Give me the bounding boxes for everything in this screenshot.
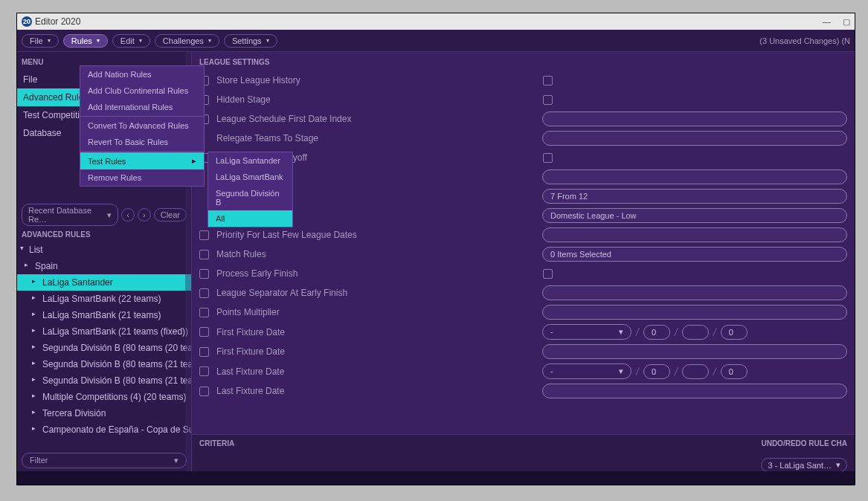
chevron-right-icon: ▸ bbox=[32, 408, 36, 416]
setting-row: Hidden Stage bbox=[192, 90, 855, 109]
menu-rules[interactable]: Rules▾ bbox=[63, 34, 108, 48]
date-day-select[interactable]: -▾ bbox=[542, 324, 631, 340]
menu-file[interactable]: File▾ bbox=[22, 34, 59, 48]
date-field[interactable]: 0 bbox=[721, 325, 748, 340]
setting-checkbox[interactable] bbox=[199, 288, 209, 298]
dd-add-club-continental[interactable]: Add Club Continental Rules bbox=[80, 83, 204, 99]
menu-challenges[interactable]: Challenges▾ bbox=[155, 34, 219, 48]
date-field[interactable] bbox=[682, 325, 709, 340]
chevron-down-icon: ▾ bbox=[139, 37, 142, 44]
tree-item[interactable]: ▸Segunda División B (80 teams (21 teams … bbox=[17, 372, 191, 389]
dd-test-segunda-b[interactable]: Segunda División B bbox=[208, 185, 292, 210]
setting-checkbox[interactable] bbox=[199, 308, 209, 317]
dd-add-nation-rules[interactable]: Add Nation Rules bbox=[80, 66, 204, 83]
tree-item[interactable]: ▸Campeonato de España - Copa de Su Maj bbox=[17, 421, 191, 438]
setting-checkbox[interactable] bbox=[199, 327, 209, 337]
tree-list-node[interactable]: ▸List bbox=[17, 242, 191, 258]
value-field[interactable] bbox=[542, 384, 847, 398]
unsaved-changes-label: (3 Unsaved Changes) (N bbox=[759, 36, 850, 45]
nav-prev-button[interactable]: ‹ bbox=[121, 208, 135, 222]
menu-edit[interactable]: Edit▾ bbox=[112, 34, 150, 48]
setting-checkbox[interactable] bbox=[199, 387, 209, 396]
chevron-right-icon: ▸ bbox=[32, 424, 36, 432]
setting-label: Hidden Stage bbox=[216, 94, 365, 105]
maximize-button[interactable]: ▢ bbox=[843, 17, 850, 27]
chevron-down-icon: ▾ bbox=[48, 37, 51, 44]
chevron-right-icon: ▸ bbox=[32, 375, 36, 383]
setting-label: Process Early Finish bbox=[216, 268, 365, 279]
tree-item[interactable]: ▸Segunda División B (80 teams (21 teams … bbox=[17, 356, 191, 372]
setting-checkbox[interactable] bbox=[199, 250, 209, 259]
value-checkbox[interactable] bbox=[543, 76, 553, 85]
tree-item[interactable]: ▸Tercera División bbox=[17, 405, 191, 421]
setting-checkbox[interactable] bbox=[199, 366, 209, 376]
setting-label: League Separator At Early Finish bbox=[216, 288, 365, 298]
chevron-right-icon: ▸ bbox=[32, 359, 36, 366]
setting-row: Priority For Last Few League Dates bbox=[192, 225, 855, 245]
menu-settings[interactable]: Settings▾ bbox=[224, 34, 277, 48]
setting-checkbox[interactable] bbox=[199, 269, 209, 279]
criteria-bar: CRITERIA UNDO/REDO RULE CHA 3 - LaLiga S… bbox=[192, 434, 855, 471]
setting-row: Last Fixture Date bbox=[192, 381, 855, 401]
setting-label: Priority For Last Few League Dates bbox=[216, 230, 365, 240]
value-field[interactable]: 0 Items Selected bbox=[542, 247, 847, 262]
setting-label: Last Fixture Date bbox=[216, 366, 365, 377]
tree-item-laliga-santander[interactable]: ▸LaLiga Santander bbox=[17, 274, 191, 291]
value-field[interactable] bbox=[542, 285, 847, 300]
clear-button[interactable]: Clear bbox=[154, 208, 187, 222]
filter-dropdown[interactable]: Filter▾ bbox=[22, 453, 187, 468]
status-bar bbox=[17, 471, 855, 485]
dd-test-rules[interactable]: Test Rules▸ bbox=[80, 152, 204, 169]
value-field[interactable] bbox=[542, 169, 847, 184]
nav-next-button[interactable]: › bbox=[138, 208, 151, 222]
chevron-down-icon: ▾ bbox=[208, 37, 211, 44]
value-checkbox[interactable] bbox=[543, 95, 553, 105]
date-field[interactable]: 0 bbox=[643, 364, 670, 379]
setting-row: Match Rules0 Items Selected bbox=[192, 245, 855, 264]
minimize-button[interactable]: — bbox=[823, 17, 831, 27]
chevron-down-icon: ▾ bbox=[836, 460, 840, 470]
chevron-down-icon: ▾ bbox=[107, 210, 112, 220]
test-rules-submenu: LaLiga Santander LaLiga SmartBank Segund… bbox=[208, 152, 293, 227]
setting-row: Points Multiplier bbox=[192, 303, 855, 322]
setting-row: League Schedule First Date Index bbox=[192, 109, 855, 129]
dd-test-laliga-santander[interactable]: LaLiga Santander bbox=[208, 152, 292, 169]
value-field[interactable]: 7 From 12 bbox=[542, 189, 847, 204]
tree-item[interactable]: ▸LaLiga SmartBank (22 teams) bbox=[17, 291, 191, 307]
setting-checkbox[interactable] bbox=[199, 230, 209, 240]
rules-dropdown-menu: Add Nation Rules Add Club Continental Ru… bbox=[80, 65, 205, 187]
value-checkbox[interactable] bbox=[543, 269, 553, 279]
dd-add-international[interactable]: Add International Rules bbox=[80, 99, 204, 115]
value-field[interactable] bbox=[542, 344, 847, 359]
dd-convert-advanced[interactable]: Convert To Advanced Rules bbox=[80, 117, 204, 134]
value-checkbox[interactable] bbox=[543, 153, 553, 163]
dd-test-all[interactable]: All bbox=[208, 210, 292, 227]
tree-item[interactable]: ▸Multiple Competitions (4) (20 teams) bbox=[17, 389, 191, 405]
tree-item[interactable]: ▸LaLiga SmartBank (21 teams) bbox=[17, 307, 191, 323]
value-field[interactable] bbox=[542, 111, 847, 126]
undo-redo-dropdown[interactable]: 3 - LaLiga Sant…▾ bbox=[761, 458, 847, 471]
tree-item[interactable]: ▸LaLiga SmartBank (21 teams (fixed)) bbox=[17, 323, 191, 340]
date-field[interactable] bbox=[682, 364, 709, 379]
chevron-right-icon: ▸ bbox=[32, 277, 36, 285]
criteria-header: CRITERIA bbox=[199, 439, 234, 447]
dd-remove-rules[interactable]: Remove Rules bbox=[80, 169, 204, 186]
date-field[interactable]: 0 bbox=[721, 364, 748, 379]
tree-item-spain[interactable]: ▸Spain bbox=[17, 258, 191, 274]
chevron-right-icon: ▸ bbox=[32, 392, 36, 399]
value-field[interactable] bbox=[542, 305, 847, 320]
chevron-down-icon: ▾ bbox=[174, 456, 179, 465]
dd-revert-basic[interactable]: Revert To Basic Rules bbox=[80, 134, 204, 150]
value-field[interactable]: Domestic League - Low bbox=[542, 208, 847, 223]
setting-checkbox[interactable] bbox=[199, 347, 209, 357]
setting-row: Store League History bbox=[192, 71, 855, 90]
value-field[interactable] bbox=[542, 131, 847, 146]
tree-item[interactable]: ▸Segunda División B (80 teams (20 teams … bbox=[17, 340, 191, 356]
value-field[interactable] bbox=[542, 227, 847, 242]
date-day-select[interactable]: -▾ bbox=[542, 363, 631, 379]
date-field[interactable]: 0 bbox=[643, 325, 670, 340]
dd-test-laliga-smartbank[interactable]: LaLiga SmartBank bbox=[208, 169, 292, 185]
setting-label: Last Fixture Date bbox=[216, 386, 365, 396]
setting-row: Relegate Teams To Stage bbox=[192, 129, 855, 148]
recent-database-dropdown[interactable]: Recent Database Re…▾ bbox=[22, 204, 118, 226]
